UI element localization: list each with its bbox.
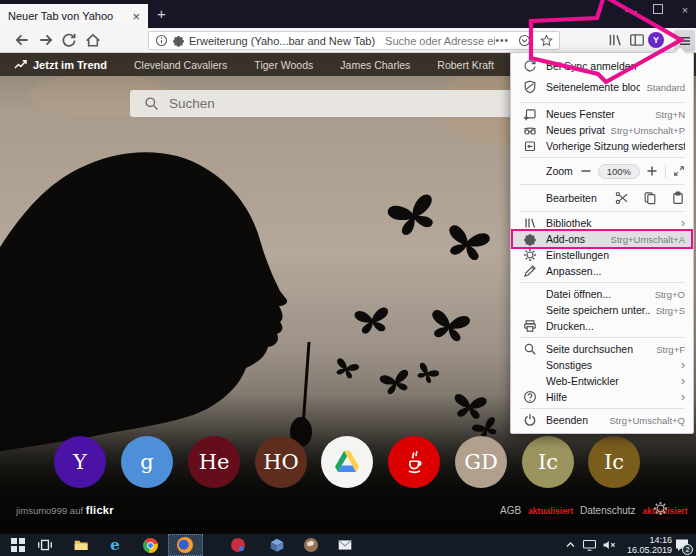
trend-item-robert-kraft[interactable]: Robert Kraft (437, 59, 494, 71)
menu-item-sonstiges[interactable]: Sonstiges› (513, 357, 691, 373)
library-icon[interactable] (607, 32, 623, 48)
forward-icon[interactable] (38, 32, 54, 48)
firefox-icon[interactable] (177, 537, 193, 553)
close-button[interactable]: × (678, 3, 692, 17)
dial-java[interactable] (388, 436, 440, 488)
menu-item-neues-privates-fenster[interactable]: Neues privates FensterStrg+Umschalt+P (513, 122, 691, 138)
menu-item-seite-durchsuchen[interactable]: Seite durchsuchenStrg+F (513, 341, 691, 357)
mail-icon[interactable] (337, 537, 353, 553)
browser-titlebar: Neuer Tab von Yahoo × + — × (0, 0, 696, 28)
new-tab-button[interactable]: + (157, 5, 166, 22)
menu-item-add-ons[interactable]: Add-onsStrg+Umschalt+A (513, 231, 691, 247)
info-icon (155, 34, 168, 47)
menu-item-bei-sync-anmelden[interactable]: Bei Sync anmelden (513, 57, 691, 75)
menu-item-label: Datei öffnen... (546, 288, 649, 300)
restore-button[interactable] (651, 3, 665, 17)
fullscreen-icon[interactable] (673, 165, 685, 177)
tab-close-icon[interactable]: × (132, 10, 140, 23)
tab-neuer-tab-von-yahoo[interactable]: Neuer Tab von Yahoo × (0, 4, 148, 28)
back-icon[interactable] (14, 32, 30, 48)
tray-date-text: 16.05.2019 (620, 545, 672, 555)
trend-item-tiger-woods[interactable]: Tiger Woods (254, 59, 313, 71)
new-window-icon (523, 107, 537, 121)
tray-clock[interactable]: 14:16 16.05.2019 (620, 535, 672, 555)
newtab-settings-gear-icon[interactable] (653, 501, 668, 516)
dial-ic-8[interactable]: Ic (588, 436, 640, 488)
customize-pencil-icon (523, 264, 537, 278)
url-bar[interactable]: Erweiterung (Yaho...bar and New Tab) Suc… (148, 31, 560, 50)
screen: Neuer Tab von Yahoo × + — × Erweiteru (0, 0, 696, 556)
dial-y-0[interactable]: Y (54, 436, 106, 488)
zoom-out-button[interactable] (580, 165, 592, 177)
dial-google-drive[interactable] (321, 436, 373, 488)
account-avatar[interactable]: Y (648, 32, 664, 48)
taskbar-app-paint-icon[interactable] (303, 537, 319, 553)
menu-item-beenden[interactable]: BeendenStrg+Umschalt+Q (513, 412, 691, 428)
pocket-icon[interactable] (518, 34, 531, 47)
photo-credit[interactable]: jimsumo999 auf flickr (16, 504, 114, 516)
restore-icon (653, 4, 663, 14)
chrome-icon[interactable] (142, 537, 158, 553)
dial-gd-6[interactable]: GD (455, 436, 507, 488)
notification-badge: 2 (682, 544, 693, 555)
menu-item-einstellungen[interactable]: Einstellungen (513, 247, 691, 263)
menu-item-bearbeiten[interactable]: Bearbeiten (513, 188, 691, 208)
menu-item-label: Add-ons (546, 233, 605, 245)
menu-item-drucken[interactable]: Drucken... (513, 318, 691, 334)
trend-item-cleveland-cavaliers[interactable]: Cleveland Cavaliers (134, 59, 227, 71)
bookmark-star-icon[interactable] (540, 34, 553, 47)
file-explorer-icon[interactable] (73, 537, 89, 553)
footer-link-datenschutz[interactable]: Datenschutz (580, 505, 636, 516)
start-button[interactable] (10, 537, 26, 553)
copy-icon[interactable] (643, 191, 657, 205)
taskbar-app-cube-icon[interactable] (269, 537, 285, 553)
zoom-in-button[interactable] (646, 165, 658, 177)
menu-item-hilfe[interactable]: Hilfe› (513, 389, 691, 405)
menu-item-label: Hilfe (546, 391, 675, 403)
tray-chevron-icon[interactable] (563, 538, 578, 552)
dial-he-2[interactable]: He (188, 436, 240, 488)
trend-item-james-charles[interactable]: James Charles (340, 59, 410, 71)
minimize-button[interactable]: — (624, 3, 638, 17)
dial-ic-7[interactable]: Ic (522, 436, 574, 488)
page-actions-dots-icon[interactable]: ••• (495, 35, 509, 46)
task-view-button[interactable] (37, 537, 53, 553)
menu-item-neues-fenster[interactable]: Neues FensterStrg+N (513, 106, 691, 122)
sidebar-icon[interactable] (629, 32, 645, 48)
tray-volume-muted-icon[interactable] (602, 538, 617, 552)
menu-item-label: Seite durchsuchen (546, 343, 650, 355)
home-icon[interactable] (85, 32, 101, 48)
paste-icon[interactable] (671, 191, 685, 205)
menu-item-web-entwickler[interactable]: Web-Entwickler› (513, 373, 691, 389)
submenu-chevron-icon: › (681, 218, 685, 228)
menu-item-shortcut: Strg+Umschalt+Q (610, 415, 686, 426)
site-identity[interactable]: Erweiterung (Yaho...bar and New Tab) (155, 34, 375, 47)
cut-icon[interactable] (615, 191, 629, 205)
menu-item-datei-ffnen[interactable]: Datei öffnen...Strg+O (513, 286, 691, 302)
tray-network-icon[interactable] (582, 538, 597, 552)
search-input[interactable]: Suchen (130, 90, 566, 117)
flickr-logo: flickr (86, 504, 114, 516)
taskbar-app-red-icon[interactable] (230, 537, 246, 553)
submenu-chevron-icon: › (681, 360, 685, 370)
menu-item-zoom[interactable]: Zoom100% (513, 161, 691, 181)
menu-item-seitenelemente-blockieren[interactable]: Seitenelemente blockierenStandard (513, 75, 691, 99)
menu-item-label: Drucken... (546, 320, 685, 332)
menu-item-bibliothek[interactable]: Bibliothek› (513, 215, 691, 231)
menu-icon-spacer (523, 191, 537, 205)
menu-item-seite-speichern-unter[interactable]: Seite speichern unter...Strg+S (513, 302, 691, 318)
menu-item-vorherige-sitzung-wiederherstellen[interactable]: Vorherige Sitzung wiederherstellen (513, 138, 691, 154)
dial-g-1[interactable]: g (121, 436, 173, 488)
reload-icon[interactable] (61, 32, 77, 48)
menu-separator (519, 157, 685, 158)
browser-toolbar: Erweiterung (Yaho...bar and New Tab) Suc… (0, 28, 696, 53)
footer-link-agb[interactable]: AGB (500, 505, 521, 516)
dial-ho-3[interactable]: HO (255, 436, 307, 488)
url-input-placeholder[interactable]: Suche oder Adresse eingeben (385, 35, 495, 47)
menu-item-label: Neues privates Fenster (546, 124, 605, 136)
menu-separator (519, 184, 685, 185)
restore-session-icon (523, 139, 537, 153)
menu-item-label: Einstellungen (546, 249, 685, 261)
menu-item-anpassen[interactable]: Anpassen... (513, 263, 691, 279)
edge-icon[interactable]: e (107, 537, 123, 553)
